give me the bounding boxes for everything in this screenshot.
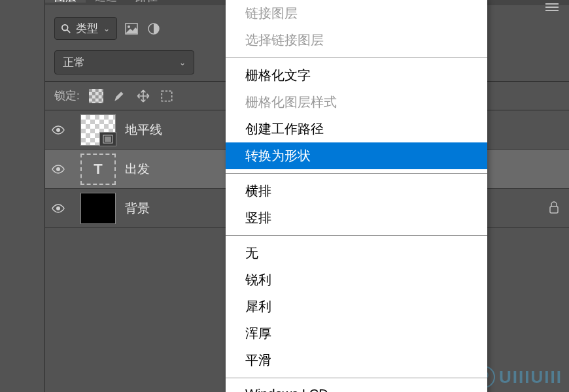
tab-paths[interactable]: 路径 bbox=[126, 0, 167, 3]
menu-rasterize-style: 栅格化图层样式 bbox=[226, 89, 487, 116]
menu-separator bbox=[226, 57, 487, 58]
menu-select-linked: 选择链接图层 bbox=[226, 27, 487, 54]
menu-aa-sharp[interactable]: 锐利 bbox=[226, 267, 487, 293]
menu-aa-strong[interactable]: 浑厚 bbox=[226, 320, 487, 347]
watermark-text: UIIIUIII bbox=[499, 367, 562, 387]
chevron-down-icon: ⌄ bbox=[103, 24, 110, 33]
context-menu: 链接图层 选择链接图层 栅格化文字 栅格化图层样式 创建工作路径 转换为形状 横… bbox=[226, 0, 487, 392]
chevron-down-icon: ⌄ bbox=[179, 58, 186, 67]
menu-separator bbox=[226, 235, 487, 236]
layer-name[interactable]: 出发 bbox=[125, 161, 150, 178]
filter-type-dropdown[interactable]: 类型 ⌄ bbox=[54, 17, 117, 40]
visibility-toggle[interactable] bbox=[45, 165, 71, 174]
blend-mode-value: 正常 bbox=[63, 55, 85, 70]
svg-rect-16 bbox=[550, 206, 558, 213]
lock-artboard-icon[interactable] bbox=[160, 89, 174, 103]
menu-vertical[interactable]: 竖排 bbox=[226, 204, 487, 231]
lock-position-icon[interactable] bbox=[136, 89, 150, 103]
svg-rect-10 bbox=[162, 91, 171, 101]
panel-menu-button[interactable] bbox=[545, 1, 561, 13]
smart-object-badge bbox=[99, 132, 116, 146]
filter-image-icon[interactable] bbox=[124, 22, 139, 36]
menu-aa-crisp[interactable]: 犀利 bbox=[226, 293, 487, 320]
visibility-toggle[interactable] bbox=[45, 125, 71, 135]
menu-horizontal[interactable]: 横排 bbox=[226, 178, 487, 204]
menu-separator bbox=[226, 378, 487, 378]
search-icon bbox=[61, 24, 71, 33]
lock-pixels-icon[interactable] bbox=[112, 89, 127, 103]
layer-thumbnail[interactable] bbox=[80, 114, 116, 146]
filter-adjustment-icon[interactable] bbox=[146, 22, 162, 36]
lock-transparency-icon[interactable] bbox=[89, 89, 103, 103]
svg-point-14 bbox=[56, 167, 60, 171]
tab-layers[interactable]: 图层 bbox=[45, 0, 86, 3]
menu-aa-none[interactable]: 无 bbox=[226, 240, 487, 267]
svg-rect-5 bbox=[89, 89, 103, 103]
menu-create-path[interactable]: 创建工作路径 bbox=[226, 116, 487, 142]
eye-icon bbox=[52, 125, 65, 135]
layer-name[interactable]: 背景 bbox=[125, 200, 150, 217]
eye-icon bbox=[52, 204, 65, 213]
svg-point-0 bbox=[62, 24, 68, 30]
tab-channels[interactable]: 通道 bbox=[86, 0, 126, 3]
svg-point-15 bbox=[56, 206, 60, 210]
filter-type-label: 类型 bbox=[76, 21, 98, 36]
text-layer-thumbnail[interactable]: T bbox=[80, 154, 116, 185]
svg-line-1 bbox=[67, 29, 70, 32]
layer-thumbnail[interactable] bbox=[80, 193, 116, 224]
svg-point-11 bbox=[56, 128, 60, 132]
menu-windows-lcd[interactable]: Windows LCD bbox=[226, 382, 487, 392]
svg-point-3 bbox=[128, 25, 130, 28]
lock-icon bbox=[548, 201, 560, 216]
menu-rasterize-text[interactable]: 栅格化文字 bbox=[226, 62, 487, 89]
blend-mode-dropdown[interactable]: 正常 ⌄ bbox=[54, 50, 194, 74]
menu-link-layers: 链接图层 bbox=[226, 0, 487, 27]
menu-convert-shape[interactable]: 转换为形状 bbox=[226, 142, 487, 169]
eye-icon bbox=[52, 165, 65, 174]
menu-aa-smooth[interactable]: 平滑 bbox=[226, 347, 487, 374]
svg-rect-13 bbox=[105, 137, 111, 142]
lock-label: 锁定: bbox=[54, 88, 80, 103]
visibility-toggle[interactable] bbox=[45, 204, 71, 213]
layer-name[interactable]: 地平线 bbox=[125, 122, 162, 139]
menu-separator bbox=[226, 173, 487, 174]
